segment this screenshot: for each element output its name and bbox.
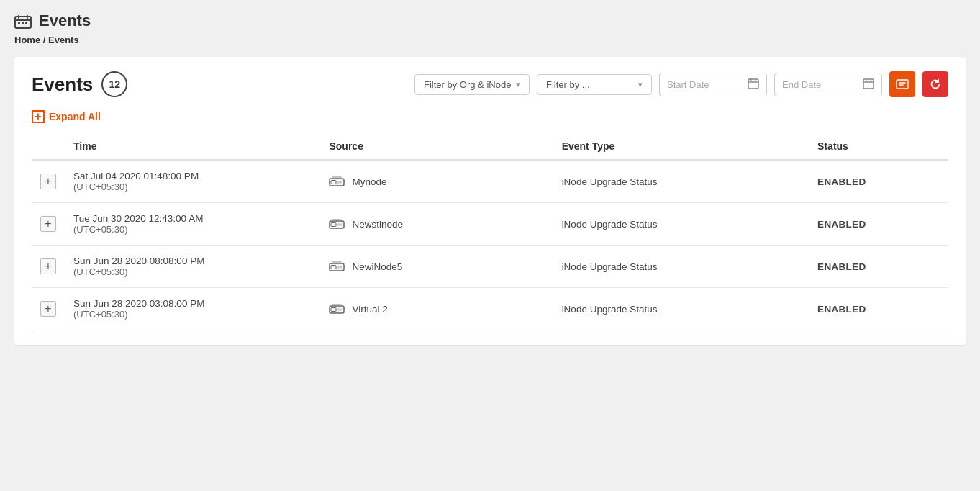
events-tbody: +Sat Jul 04 2020 01:48:00 PM(UTC+05:30) … xyxy=(32,160,948,330)
svg-rect-27 xyxy=(337,309,342,311)
col-time: Time xyxy=(65,133,320,160)
table-header: Time Source Event Type Status xyxy=(32,133,948,160)
expand-all-row: + Expand All xyxy=(32,110,948,123)
time-cell: Tue Jun 30 2020 12:43:00 AM(UTC+05:30) xyxy=(65,203,320,246)
table-row: +Sat Jul 04 2020 01:48:00 PM(UTC+05:30) … xyxy=(32,160,948,203)
event-type-cell: iNode Upgrade Status xyxy=(553,203,809,246)
card-header: Events 12 Filter by Org & iNode ▾ Filter… xyxy=(32,71,948,97)
source-name: Virtual 2 xyxy=(352,304,387,315)
inode-icon xyxy=(329,218,345,230)
svg-rect-10 xyxy=(756,78,757,81)
svg-rect-4 xyxy=(18,22,20,24)
filter-by-label: Filter by ... xyxy=(546,79,590,90)
export-button[interactable] xyxy=(889,71,915,97)
source-name: Mynode xyxy=(352,176,386,187)
col-status: Status xyxy=(809,133,948,160)
row-expand-button[interactable]: + xyxy=(40,216,56,232)
time-utc: (UTC+05:30) xyxy=(73,309,312,320)
status-cell: ENABLED xyxy=(809,160,948,203)
svg-rect-18 xyxy=(337,181,342,184)
row-expand-button[interactable]: + xyxy=(40,174,56,189)
time-main: Sun Jun 28 2020 08:08:00 PM xyxy=(73,256,312,266)
breadcrumb: Home / Events xyxy=(14,35,966,45)
filter-by-dropdown[interactable]: Filter by ... ▾ xyxy=(537,74,652,95)
status-cell: ENABLED xyxy=(809,203,948,246)
svg-rect-24 xyxy=(337,266,342,269)
event-type-cell: iNode Upgrade Status xyxy=(553,160,809,203)
expand-cell: + xyxy=(32,160,65,203)
events-table-wrapper: Time Source Event Type Status +Sat Jul 0… xyxy=(32,133,948,330)
page-title: Events xyxy=(39,12,91,30)
filter-org-inode-dropdown[interactable]: Filter by Org & iNode ▾ xyxy=(414,74,530,95)
events-table: Time Source Event Type Status +Sat Jul 0… xyxy=(32,133,948,330)
page-title-row: Events xyxy=(14,12,966,30)
inode-icon xyxy=(329,176,345,187)
svg-rect-15 xyxy=(897,80,908,89)
inode-icon xyxy=(329,303,345,315)
event-type-cell: iNode Upgrade Status xyxy=(553,246,809,288)
start-date-placeholder: Start Date xyxy=(667,79,709,90)
col-event-type: Event Type xyxy=(553,133,809,160)
breadcrumb-home[interactable]: Home xyxy=(14,35,40,45)
expand-cell: + xyxy=(32,246,65,288)
main-card: Events 12 Filter by Org & iNode ▾ Filter… xyxy=(14,57,966,345)
svg-rect-13 xyxy=(866,78,867,81)
start-date-input[interactable]: Start Date xyxy=(659,73,767,96)
page-wrapper: Events Home / Events Events 12 Filter by… xyxy=(0,0,980,491)
end-date-placeholder: End Date xyxy=(782,79,821,90)
source-cell: Mynode xyxy=(320,160,553,203)
expand-all-icon: + xyxy=(32,110,45,123)
source-name: Newstinode xyxy=(352,219,403,230)
source-cell: Newstinode xyxy=(320,203,553,246)
time-utc: (UTC+05:30) xyxy=(73,181,312,192)
expand-all-button[interactable]: + Expand All xyxy=(32,110,101,123)
inode-icon xyxy=(329,261,345,272)
time-main: Tue Jun 30 2020 12:43:00 AM xyxy=(73,213,312,224)
time-cell: Sun Jun 28 2020 03:08:00 PM(UTC+05:30) xyxy=(65,288,320,330)
start-date-calendar-icon xyxy=(748,78,759,91)
end-date-input[interactable]: End Date xyxy=(774,73,882,96)
time-main: Sun Jun 28 2020 03:08:00 PM xyxy=(73,298,312,309)
svg-rect-2 xyxy=(27,15,28,19)
breadcrumb-current: Events xyxy=(48,35,79,45)
row-expand-button[interactable]: + xyxy=(40,301,56,317)
events-page-icon xyxy=(14,13,32,30)
filters-group: Filter by Org & iNode ▾ Filter by ... ▾ … xyxy=(414,71,948,97)
events-title: Events xyxy=(32,73,93,96)
svg-rect-21 xyxy=(337,224,342,226)
refresh-button[interactable] xyxy=(922,71,948,97)
status-cell: ENABLED xyxy=(809,246,948,288)
svg-rect-9 xyxy=(750,78,752,81)
col-source: Source xyxy=(320,133,553,160)
source-name: NewiNode5 xyxy=(352,261,402,272)
time-main: Sat Jul 04 2020 01:48:00 PM xyxy=(73,171,312,181)
events-title-group: Events 12 xyxy=(32,71,127,97)
filter-org-chevron-icon: ▾ xyxy=(516,80,520,89)
event-type-cell: iNode Upgrade Status xyxy=(553,288,809,330)
row-expand-button[interactable]: + xyxy=(40,258,56,274)
svg-rect-5 xyxy=(22,22,24,24)
expand-all-label: Expand All xyxy=(49,111,101,122)
time-utc: (UTC+05:30) xyxy=(73,224,312,235)
expand-cell: + xyxy=(32,203,65,246)
breadcrumb-separator: / xyxy=(43,35,46,45)
source-cell: NewiNode5 xyxy=(320,246,553,288)
time-cell: Sat Jul 04 2020 01:48:00 PM(UTC+05:30) xyxy=(65,160,320,203)
svg-rect-14 xyxy=(871,78,872,81)
source-cell: Virtual 2 xyxy=(320,288,553,330)
end-date-calendar-icon xyxy=(863,78,874,91)
expand-cell: + xyxy=(32,288,65,330)
table-row: +Tue Jun 30 2020 12:43:00 AM(UTC+05:30) … xyxy=(32,203,948,246)
svg-rect-1 xyxy=(18,15,19,19)
time-utc: (UTC+05:30) xyxy=(73,266,312,277)
filter-by-chevron-icon: ▾ xyxy=(638,80,643,89)
filter-org-label: Filter by Org & iNode xyxy=(424,79,511,90)
time-cell: Sun Jun 28 2020 08:08:00 PM(UTC+05:30) xyxy=(65,246,320,288)
col-expand xyxy=(32,133,65,160)
events-count-badge: 12 xyxy=(101,71,127,97)
svg-rect-11 xyxy=(863,79,874,89)
svg-rect-6 xyxy=(25,22,27,24)
status-cell: ENABLED xyxy=(809,288,948,330)
table-row: +Sun Jun 28 2020 08:08:00 PM(UTC+05:30) … xyxy=(32,246,948,288)
table-row: +Sun Jun 28 2020 03:08:00 PM(UTC+05:30) … xyxy=(32,288,948,330)
